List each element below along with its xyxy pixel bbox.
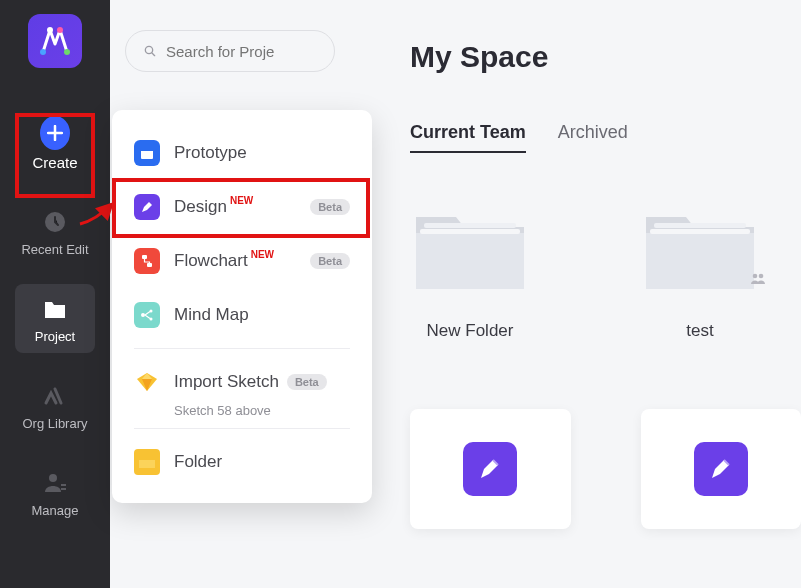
nav-label: Manage	[32, 504, 79, 519]
menu-label: Prototype	[174, 143, 247, 163]
svg-rect-16	[139, 460, 155, 468]
svg-point-23	[753, 274, 758, 279]
svg-point-0	[47, 27, 53, 33]
menu-item-import-sketch[interactable]: Import Sketch Beta	[112, 355, 372, 409]
svg-rect-18	[424, 223, 516, 228]
library-icon	[40, 381, 70, 411]
design-icon	[134, 194, 160, 220]
sketch-icon	[134, 369, 160, 395]
people-icon	[750, 273, 766, 288]
prototype-icon	[134, 140, 160, 166]
svg-rect-17	[416, 233, 524, 289]
menu-item-prototype[interactable]: Prototype	[112, 126, 372, 180]
app-logo[interactable]	[28, 14, 82, 68]
tabs: Current Team Archived	[410, 122, 801, 153]
new-badge: NEW	[251, 249, 274, 260]
clock-icon	[40, 207, 70, 237]
folder-item[interactable]: New Folder	[410, 203, 530, 341]
svg-rect-7	[61, 488, 66, 490]
svg-rect-11	[142, 255, 147, 259]
folder-label: test	[686, 321, 713, 341]
plus-circle-icon	[40, 116, 70, 150]
svg-point-24	[759, 274, 764, 279]
svg-rect-21	[654, 223, 746, 228]
create-menu: Prototype Design NEW Beta Flowchart NEW …	[112, 110, 372, 503]
nav-label: Create	[32, 154, 77, 171]
beta-badge: Beta	[310, 253, 350, 269]
menu-item-mindmap[interactable]: Mind Map	[112, 288, 372, 342]
project-cards	[410, 409, 801, 529]
nav-label: Project	[35, 330, 75, 345]
svg-point-5	[49, 474, 57, 482]
menu-divider	[134, 428, 350, 429]
svg-rect-22	[650, 229, 750, 234]
flowchart-icon	[134, 248, 160, 274]
nav-org-library[interactable]: Org Library	[15, 371, 95, 440]
search-icon	[144, 42, 156, 60]
nav-create[interactable]: Create	[15, 108, 95, 179]
app-sidebar: Create Recent Edit Project Org Library M…	[0, 0, 110, 588]
menu-item-folder[interactable]: Folder	[112, 435, 372, 489]
svg-rect-20	[646, 233, 754, 289]
folder-label: New Folder	[427, 321, 514, 341]
main-content: My Space Current Team Archived New Folde…	[355, 0, 801, 588]
beta-badge: Beta	[287, 374, 327, 390]
nav-label: Org Library	[22, 417, 87, 432]
search-box[interactable]	[125, 30, 335, 72]
menu-label: Flowchart	[174, 251, 248, 271]
svg-rect-12	[147, 263, 152, 267]
folder-icon	[134, 449, 160, 475]
beta-badge: Beta	[310, 199, 350, 215]
logo-icon	[38, 24, 72, 58]
search-input[interactable]	[166, 43, 316, 60]
menu-label: Mind Map	[174, 305, 249, 325]
menu-label: Import Sketch	[174, 372, 279, 392]
folder-item[interactable]: test	[640, 203, 760, 341]
tab-current-team[interactable]: Current Team	[410, 122, 526, 153]
svg-point-13	[141, 313, 145, 317]
nav-manage[interactable]: Manage	[15, 458, 95, 527]
nav-recent-edit[interactable]: Recent Edit	[15, 197, 95, 266]
menu-label: Folder	[174, 452, 222, 472]
menu-item-flowchart[interactable]: Flowchart NEW Beta	[112, 234, 372, 288]
project-card[interactable]	[641, 409, 802, 529]
svg-rect-10	[141, 147, 153, 151]
project-card[interactable]	[410, 409, 571, 529]
design-tile-icon	[694, 442, 748, 496]
svg-point-3	[40, 49, 46, 55]
folder-icon	[640, 203, 760, 299]
svg-rect-19	[420, 229, 520, 234]
page-title: My Space	[410, 40, 801, 74]
nav-label: Recent Edit	[21, 243, 88, 258]
person-icon	[40, 468, 70, 498]
menu-item-design[interactable]: Design NEW Beta	[112, 180, 372, 234]
design-tile-icon	[463, 442, 517, 496]
svg-rect-6	[61, 484, 66, 486]
nav-project[interactable]: Project	[15, 284, 95, 353]
svg-point-2	[64, 49, 70, 55]
folder-icon	[40, 294, 70, 324]
mindmap-icon	[134, 302, 160, 328]
menu-label: Design	[174, 197, 227, 217]
folder-grid: New Folder test	[410, 203, 801, 341]
tab-archived[interactable]: Archived	[558, 122, 628, 153]
menu-divider	[134, 348, 350, 349]
new-badge: NEW	[230, 195, 253, 206]
svg-point-1	[57, 27, 63, 33]
folder-icon	[410, 203, 530, 299]
